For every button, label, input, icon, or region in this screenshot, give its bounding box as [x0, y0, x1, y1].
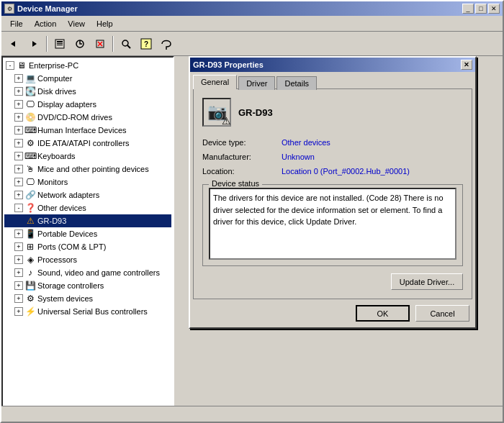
help-button[interactable]: ?	[137, 35, 156, 53]
manufacturer-value: Unknown	[282, 153, 463, 161]
dialog-close-button[interactable]: ✕	[461, 60, 472, 70]
tree-item-sound[interactable]: + ♪ Sound, video and game controllers	[4, 266, 171, 279]
expand-usb[interactable]: +	[14, 307, 23, 316]
expand-system[interactable]: +	[14, 294, 23, 303]
device-status-group: Device status The drivers for this devic…	[202, 184, 463, 266]
tree-item-other-devices[interactable]: - ❓ Other devices	[4, 201, 171, 214]
tree-item-ports[interactable]: + ⊞ Ports (COM & LPT)	[4, 240, 171, 253]
tree-item-dvd[interactable]: + 📀 DVD/CD-ROM drives	[4, 111, 171, 124]
back-icon	[8, 38, 19, 50]
expand-hid[interactable]: +	[14, 126, 23, 135]
mice-label: Mice and other pointing devices	[37, 165, 149, 173]
tree-item-ide[interactable]: + ⚙ IDE ATA/ATAPI controllers	[4, 137, 171, 150]
back-button[interactable]	[4, 35, 23, 53]
tab-details[interactable]: Details	[276, 76, 317, 90]
manufacturer-row: Manufacturer: Unknown	[202, 153, 463, 161]
device-title: GR-D93	[238, 107, 273, 118]
usb-label: Universal Serial Bus controllers	[37, 307, 148, 316]
tree-item-mice[interactable]: + 🖱 Mice and other pointing devices	[4, 163, 171, 176]
expand-disk[interactable]: +	[14, 87, 23, 96]
tree-item-disk-drives[interactable]: + 💽 Disk drives	[4, 85, 171, 98]
help2-button[interactable]	[157, 35, 176, 53]
device-type-value: Other devices	[282, 138, 463, 147]
tab-general[interactable]: General	[193, 75, 237, 89]
expand-computer[interactable]: +	[14, 74, 23, 83]
ok-button[interactable]: OK	[356, 305, 410, 322]
expand-keyboards[interactable]: +	[14, 152, 23, 160]
tree-item-computer[interactable]: + 💻 Computer	[4, 72, 171, 85]
device-type-row: Device type: Other devices	[202, 138, 463, 147]
tab-strip: General Driver Details	[190, 72, 475, 88]
tree-item-system[interactable]: + ⚙ System devices	[4, 292, 171, 305]
expand-storage[interactable]: +	[14, 281, 23, 290]
menu-view[interactable]: View	[62, 18, 91, 29]
uninstall-button[interactable]	[91, 35, 109, 53]
tree-item-display[interactable]: + 🖵 Display adapters	[4, 98, 171, 111]
forward-icon	[28, 38, 40, 50]
monitors-icon: 🖵	[24, 176, 36, 188]
system-icon: ⚙	[24, 293, 36, 304]
svg-rect-1	[57, 41, 63, 42]
tree-item-usb[interactable]: + ⚡ Universal Serial Bus controllers	[4, 305, 171, 318]
tree-item-keyboards[interactable]: + ⌨ Keyboards	[4, 150, 171, 163]
update-button[interactable]	[71, 35, 89, 53]
device-status-label: Device status	[209, 179, 262, 188]
sound-label: Sound, video and game controllers	[37, 268, 160, 277]
update-driver-button[interactable]: Update Driver...	[391, 273, 463, 290]
expand-processors[interactable]: +	[14, 255, 23, 264]
svg-text:?: ?	[144, 40, 148, 48]
expand-monitors[interactable]: +	[14, 178, 23, 186]
device-info-table: Device type: Other devices Manufacturer:…	[202, 138, 463, 176]
properties-button[interactable]	[50, 35, 69, 53]
tree-item-enterprise-pc[interactable]: - 🖥 Enterprise-PC	[4, 59, 171, 72]
storage-label: Storage controllers	[37, 281, 104, 290]
processors-label: Processors	[37, 255, 77, 264]
dialog-footer: OK Cancel	[190, 299, 475, 327]
expand-network[interactable]: +	[14, 191, 23, 199]
hid-icon: ⌨	[24, 124, 36, 136]
expand-enterprise-pc[interactable]: -	[6, 61, 14, 70]
ports-icon: ⊞	[24, 241, 36, 253]
expand-ide[interactable]: +	[14, 139, 23, 147]
app-title: Device Manager	[17, 4, 459, 13]
minimize-button[interactable]: _	[462, 4, 474, 14]
device-icon-box: 📷 ⚠	[202, 98, 231, 127]
expand-other[interactable]: -	[14, 204, 23, 212]
disk-icon: 💽	[24, 86, 36, 97]
expand-display[interactable]: +	[14, 100, 23, 109]
keyboards-label: Keyboards	[37, 152, 76, 160]
close-button[interactable]: ✕	[488, 4, 500, 14]
device-warning-badge: ⚠	[222, 115, 231, 127]
maximize-button[interactable]: □	[475, 4, 487, 14]
device-type-label: Device type:	[202, 138, 282, 147]
expand-sound[interactable]: +	[14, 268, 23, 277]
tree-item-monitors[interactable]: + 🖵 Monitors	[4, 176, 171, 188]
scan-button[interactable]	[117, 35, 135, 53]
expand-dvd[interactable]: +	[14, 113, 23, 122]
menu-bar: File Action View Help	[1, 16, 503, 32]
dvd-icon: 📀	[24, 112, 36, 123]
tree-item-hid[interactable]: + ⌨ Human Interface Devices	[4, 124, 171, 137]
help-icon: ?	[140, 38, 152, 50]
expand-portable[interactable]: +	[14, 229, 23, 238]
tree-item-portable[interactable]: + 📱 Portable Devices	[4, 227, 171, 240]
gr-d93-label: GR-D93	[37, 217, 66, 225]
tree-item-storage[interactable]: + 💾 Storage controllers	[4, 279, 171, 292]
menu-help[interactable]: Help	[91, 18, 119, 29]
tree-panel[interactable]: - 🖥 Enterprise-PC + 💻 Computer + 💽 Disk …	[1, 56, 174, 409]
tree-item-gr-d93[interactable]: ⚠ GR-D93	[4, 214, 171, 227]
toolbar: ?	[1, 32, 503, 56]
cancel-button[interactable]: Cancel	[415, 305, 469, 322]
toolbar-sep-1	[46, 36, 48, 52]
storage-icon: 💾	[24, 280, 36, 291]
display-icon: 🖵	[24, 99, 36, 110]
tab-driver[interactable]: Driver	[238, 76, 275, 90]
tree-item-network[interactable]: + 🔗 Network adapters	[4, 188, 171, 201]
menu-file[interactable]: File	[4, 18, 29, 29]
forward-button[interactable]	[24, 35, 43, 53]
menu-action[interactable]: Action	[29, 18, 63, 29]
tree-item-processors[interactable]: + ◈ Processors	[4, 253, 171, 266]
expand-mice[interactable]: +	[14, 165, 23, 173]
expand-ports[interactable]: +	[14, 242, 23, 251]
location-row: Location: Location 0 (Port_#0002.Hub_#00…	[202, 167, 463, 176]
